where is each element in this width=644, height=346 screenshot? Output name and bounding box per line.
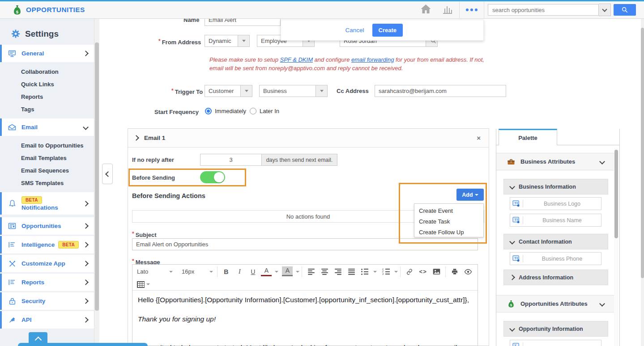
search-input[interactable] xyxy=(488,4,599,16)
link-icon[interactable] xyxy=(404,266,415,277)
from-type-value: Dynamic xyxy=(209,38,231,44)
page-scrollbar-track[interactable] xyxy=(641,19,644,346)
align-left-button[interactable] xyxy=(306,266,316,277)
bar-chart-icon[interactable] xyxy=(442,4,453,16)
chevron-down-icon[interactable] xyxy=(373,271,377,273)
highlight-color-button[interactable]: A xyxy=(282,266,293,276)
menu-item-create-event[interactable]: Create Event xyxy=(414,205,483,216)
palette-section-business-information[interactable]: Business Information xyxy=(503,179,608,194)
insert-image-icon[interactable] xyxy=(431,266,442,277)
chevron-right-icon xyxy=(83,317,89,323)
sidebar-item-quick-links[interactable]: Quick Links xyxy=(21,81,54,88)
bold-button[interactable]: B xyxy=(221,266,231,277)
create-button[interactable]: Create xyxy=(372,24,403,37)
palette-scrollbar-thumb[interactable] xyxy=(614,150,618,238)
palette-section-contact-information[interactable]: Contact Information xyxy=(503,234,608,249)
menu-item-create-follow-up[interactable]: Create Follow Up xyxy=(414,227,483,237)
palette-section-address-information[interactable]: Address Information xyxy=(503,270,608,285)
preview-eye-icon[interactable] xyxy=(463,266,473,277)
start-frequency-label: Start Frequency xyxy=(154,109,199,115)
sidebar-item-tags[interactable]: Tags xyxy=(21,106,34,113)
font-family-select[interactable]: Lato xyxy=(135,268,175,275)
palette-item-business-name[interactable]: T Business Name xyxy=(510,214,601,227)
search-button[interactable] xyxy=(614,4,636,16)
menu-item-create-task[interactable]: Create Task xyxy=(414,216,483,227)
chevron-right-icon xyxy=(83,201,89,207)
email-forwarding-link[interactable]: email forwarding xyxy=(351,56,394,63)
underline-button[interactable]: U xyxy=(247,266,258,277)
trigger-sub-select[interactable]: Business xyxy=(259,85,328,97)
editor-toolbar-row2 xyxy=(132,278,478,291)
palette-group-opportunities-attributes[interactable]: $ Opportunities Attributes xyxy=(496,295,614,312)
sidebar-item-collaboration[interactable]: Collaboration xyxy=(21,68,59,75)
sidebar-item-reports[interactable]: Reports xyxy=(0,274,96,291)
trigger-select[interactable]: Customer xyxy=(205,85,252,97)
radio-later-in[interactable]: Later In xyxy=(250,108,279,114)
code-view-button[interactable]: <> xyxy=(418,266,428,277)
bell-icon xyxy=(7,199,17,207)
chevron-down-icon xyxy=(509,326,515,332)
no-reply-input[interactable]: 3 xyxy=(200,154,262,166)
palette-item-business-phone[interactable]: T Business Phone xyxy=(510,252,601,265)
scroll-to-top-button[interactable] xyxy=(29,332,47,346)
chevron-down-icon[interactable] xyxy=(146,283,150,285)
chevron-down-icon[interactable] xyxy=(275,271,278,273)
sidebar-item-email-templates[interactable]: Email Templates xyxy=(21,155,67,161)
chevron-down-icon xyxy=(238,35,249,46)
home-icon[interactable] xyxy=(420,4,431,16)
chevron-down-icon xyxy=(599,159,605,165)
chevron-down-icon[interactable] xyxy=(394,271,398,273)
sidebar-scrollbar-thumb[interactable] xyxy=(95,42,99,311)
tab-palette[interactable]: Palette xyxy=(499,129,557,145)
palette-item-business-logo[interactable]: T Business Logo xyxy=(510,197,601,210)
italic-button[interactable]: I xyxy=(234,266,245,277)
palette-group-business-attributes[interactable]: Business Attributes xyxy=(496,153,614,170)
cc-address-input[interactable]: sarahcastro@berijam.com xyxy=(375,85,506,97)
sidebar-item-sms-templates[interactable]: SMS Templates xyxy=(21,180,64,186)
bullet-list-button[interactable] xyxy=(359,266,370,277)
cc-address-value: sarahcastro@berijam.com xyxy=(379,88,447,94)
close-icon[interactable]: × xyxy=(477,134,481,142)
print-icon[interactable] xyxy=(449,266,460,277)
sidebar-item-opportunities[interactable]: Opportunities xyxy=(0,217,96,235)
sidebar-item-intelligence[interactable]: Intelligence BETA xyxy=(0,236,96,253)
font-color-button[interactable]: A xyxy=(261,266,272,276)
text-field-icon: T xyxy=(512,343,520,346)
svg-text:$: $ xyxy=(16,9,18,14)
sidebar-collapse-tab[interactable] xyxy=(102,164,113,184)
add-button[interactable]: Add xyxy=(456,189,484,201)
align-center-button[interactable] xyxy=(319,266,330,277)
sidebar-item-email[interactable]: Email xyxy=(0,118,96,136)
more-options-icon[interactable] xyxy=(460,8,484,11)
trigger-to-label: *Trigger To xyxy=(171,88,203,96)
palette-scrollbar-track[interactable] xyxy=(614,148,618,346)
align-right-button[interactable] xyxy=(333,266,343,277)
table-icon[interactable] xyxy=(137,281,145,288)
sidebar-item-notifications[interactable]: BETA Notifications xyxy=(0,192,96,215)
chevron-down-icon xyxy=(240,85,252,97)
palette-item-partial[interactable]: T xyxy=(510,340,601,346)
sidebar-item-reports-sub[interactable]: Reports xyxy=(21,93,43,100)
chevron-down-icon[interactable] xyxy=(296,271,299,273)
spf-dkim-link[interactable]: SPF & DKIM xyxy=(280,56,313,63)
sidebar-item-general[interactable]: General xyxy=(0,45,96,62)
sidebar-item-security[interactable]: Security xyxy=(0,292,96,310)
numbered-list-button[interactable]: 123 xyxy=(380,266,391,277)
cancel-button[interactable]: Cancel xyxy=(345,27,364,34)
search-scope-dropdown[interactable] xyxy=(599,4,611,16)
message-body[interactable]: Hello {[Opportunities].[Opportunity Info… xyxy=(132,291,478,346)
sidebar-scrollbar-track[interactable] xyxy=(94,19,99,346)
radio-immediately[interactable]: Immediately xyxy=(205,108,246,114)
font-size-select[interactable]: 16px xyxy=(180,268,215,275)
sidebar-item-customize-app[interactable]: Customize App xyxy=(0,255,96,272)
before-sending-toggle[interactable] xyxy=(200,171,225,183)
sidebar-item-email-sequences[interactable]: Email Sequences xyxy=(21,167,69,174)
page-scrollbar-thumb[interactable] xyxy=(641,28,644,278)
align-justify-button[interactable] xyxy=(346,266,357,277)
sidebar-item-email-to-opportunities[interactable]: Email to Opportunities xyxy=(21,142,83,149)
from-type-select[interactable]: Dynamic xyxy=(205,35,250,47)
palette-section-opportunity-information[interactable]: Opportunity Information xyxy=(503,321,608,337)
trigger-sub-value: Business xyxy=(263,88,287,94)
email1-header[interactable]: Email 1 × xyxy=(128,129,489,148)
sidebar-item-api[interactable]: API xyxy=(0,311,96,329)
